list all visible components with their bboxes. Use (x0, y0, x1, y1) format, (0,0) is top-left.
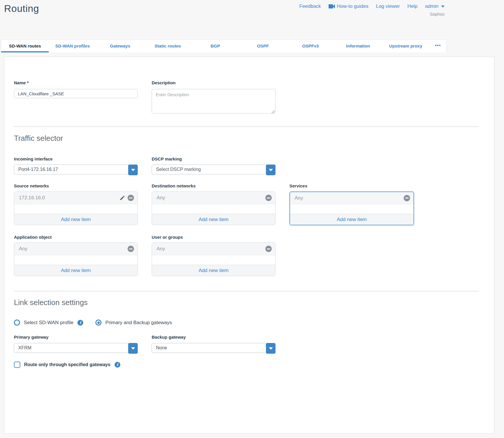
radio-primary-backup-label: Primary and Backup gateways (105, 320, 172, 326)
backup-gateway-select[interactable]: None (152, 343, 275, 353)
tab-sd-wan-profiles[interactable]: SD-WAN profiles (49, 40, 96, 52)
primary-gateway-label: Primary gateway (14, 335, 138, 340)
sd-wan-route-form: Name * Description Traffic selector Inco… (4, 57, 494, 434)
link-selection-title: Link selection settings (14, 298, 494, 307)
tab-static-routes[interactable]: Static routes (144, 40, 191, 52)
info-icon[interactable]: i (115, 362, 120, 368)
application-object-label: Application object (14, 235, 138, 240)
user-or-groups-listbox: Any Add new item (152, 242, 275, 276)
list-item: Any (152, 192, 275, 204)
name-input[interactable] (14, 89, 138, 98)
dropdown-caret-icon[interactable] (266, 343, 275, 354)
video-camera-icon (329, 4, 335, 9)
section-divider (14, 291, 479, 291)
add-source-network-button[interactable]: Add new item (14, 214, 137, 225)
route-only-label: Route only through specified gateways (24, 362, 110, 367)
routing-tabbar: SD-WAN routes SD-WAN profiles Gateways S… (1, 39, 447, 52)
page-title: Routing (4, 3, 39, 14)
source-networks-label: Source networks (14, 183, 138, 188)
application-object-value: Any (19, 246, 128, 252)
list-item: 172.16.16.0 (14, 192, 137, 204)
name-label: Name * (14, 80, 138, 85)
name-description-row: Name * Description (14, 80, 494, 115)
dropdown-caret-icon[interactable] (266, 165, 275, 175)
description-input[interactable] (152, 89, 275, 114)
destination-networks-listbox: Any Add new item (152, 191, 275, 225)
user-or-groups-value: Any (157, 246, 265, 252)
remove-icon[interactable] (128, 195, 134, 201)
dscp-marking-value: Select DSCP marking (152, 165, 275, 174)
dscp-marking-select[interactable]: Select DSCP marking (152, 165, 275, 174)
user-or-groups-label: User or groups (152, 235, 275, 240)
info-icon[interactable]: i (77, 320, 83, 326)
tab-ospf[interactable]: OSPF (239, 40, 287, 52)
listbox-empty-area (14, 255, 137, 265)
add-destination-network-button[interactable]: Add new item (152, 214, 275, 225)
howto-guides-label: How-to guides (337, 3, 369, 9)
route-only-row: Route only through specified gateways i (14, 362, 494, 368)
primary-gateway-select[interactable]: XFRM (14, 343, 138, 353)
incoming-interface-value: Port4-172.16.16.17 (14, 165, 137, 174)
admin-menu[interactable]: admin (425, 3, 445, 9)
tab-upstream-proxy[interactable]: Upstream proxy (382, 40, 429, 52)
destination-networks-label: Destination networks (152, 183, 275, 188)
edit-icon[interactable] (119, 195, 125, 201)
backup-gateway-label: Backup gateway (152, 335, 275, 340)
remove-icon[interactable] (128, 246, 134, 252)
listbox-empty-area (290, 204, 414, 214)
admin-label: admin (425, 3, 438, 9)
feedback-link[interactable]: Feedback (299, 3, 321, 9)
log-viewer-link[interactable]: Log viewer (376, 3, 400, 9)
tab-information[interactable]: Information (334, 40, 382, 52)
dscp-marking-label: DSCP marking (152, 156, 275, 161)
top-nav: Feedback How-to guides Log viewer Help a… (299, 3, 445, 9)
app-users-row: Application object Any Add new item User… (14, 235, 494, 276)
interface-dscp-row: Incoming interface Port4-172.16.16.17 DS… (14, 156, 494, 174)
dropdown-caret-icon[interactable] (128, 165, 138, 175)
caret-down-icon (441, 6, 445, 8)
incoming-interface-select[interactable]: Port4-172.16.16.17 (14, 165, 138, 174)
section-divider (14, 126, 479, 127)
traffic-selector-title: Traffic selector (14, 134, 494, 143)
application-object-listbox: Any Add new item (14, 242, 138, 276)
tab-gateways[interactable]: Gateways (96, 40, 144, 52)
service-value: Any (295, 195, 404, 201)
tab-bgp[interactable]: BGP (191, 40, 239, 52)
incoming-interface-label: Incoming interface (14, 156, 138, 161)
howto-guides-link[interactable]: How-to guides (329, 3, 369, 9)
remove-icon[interactable] (265, 246, 272, 252)
route-only-checkbox[interactable] (14, 362, 20, 368)
add-application-object-button[interactable]: Add new item (14, 265, 137, 276)
required-asterisk: * (27, 80, 29, 85)
source-networks-listbox: 172.16.16.0 Add new item (14, 191, 138, 225)
brand-label: Sophos (430, 12, 445, 17)
link-selection-radio-group: Select SD-WAN profile i Primary and Back… (14, 320, 494, 326)
backup-gateway-value: None (152, 343, 275, 353)
remove-icon[interactable] (265, 195, 272, 201)
tabs-overflow-button[interactable]: ••• (429, 40, 446, 52)
radio-select-sdwan-profile[interactable] (14, 320, 20, 326)
gateways-row: Primary gateway XFRM Backup gateway None (14, 335, 494, 353)
help-link[interactable]: Help (407, 3, 418, 9)
list-item: Any (290, 192, 414, 204)
listbox-empty-area (152, 204, 275, 214)
destination-network-value: Any (157, 195, 265, 201)
dropdown-caret-icon[interactable] (128, 343, 138, 354)
page-header: Routing Feedback How-to guides Log viewe… (0, 0, 504, 39)
primary-gateway-value: XFRM (14, 343, 137, 353)
description-label: Description (152, 80, 275, 85)
list-item: Any (152, 243, 275, 255)
listbox-empty-area (152, 255, 275, 265)
listbox-empty-area (14, 204, 137, 214)
services-listbox: Any Add new item (289, 191, 414, 225)
add-user-or-group-button[interactable]: Add new item (152, 265, 275, 276)
source-network-value: 172.16.16.0 (19, 195, 119, 201)
networks-row: Source networks 172.16.16.0 Add new item… (14, 183, 494, 225)
radio-primary-backup-gateways[interactable] (95, 320, 101, 326)
tab-sd-wan-routes[interactable]: SD-WAN routes (1, 40, 49, 52)
remove-icon[interactable] (404, 195, 410, 201)
tab-ospfv3[interactable]: OSPFv3 (287, 40, 334, 52)
services-label: Services (289, 183, 414, 188)
list-item: Any (14, 243, 137, 255)
add-service-button[interactable]: Add new item (290, 214, 414, 225)
